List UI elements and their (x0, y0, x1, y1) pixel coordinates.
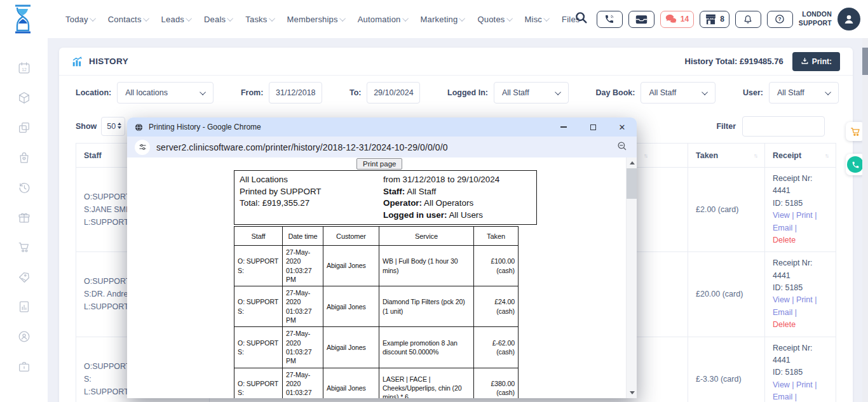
search-icon[interactable] (574, 11, 588, 27)
receipt-cell: Receipt Nr: 4441 ID: 5185 View | Print |… (765, 168, 836, 252)
email-link[interactable]: Email (773, 224, 792, 232)
page-scrollbar[interactable] (862, 38, 868, 402)
url-text[interactable]: server2.clinicsoftware.com/printer/histo… (156, 142, 448, 152)
chevron-down-icon (186, 15, 192, 22)
popup-scrollbar[interactable] (626, 157, 637, 398)
nav-menu-item[interactable]: Leads (161, 15, 192, 24)
receipt-id: ID: 5185 (773, 282, 828, 294)
email-link[interactable]: Email (773, 392, 792, 401)
view-link[interactable]: View (773, 211, 790, 220)
nav-menu-item[interactable]: Memberships (287, 15, 346, 24)
doc-table-row: O: SUPPORT S: 27-May-2020 01:03:27 PM Ab… (234, 286, 519, 327)
inbox-icon (635, 15, 648, 24)
support-icon[interactable] (17, 330, 31, 344)
notifications-button[interactable] (735, 11, 761, 28)
history-total: History Total: £919485.76 (685, 57, 783, 66)
help-button[interactable]: ? (767, 11, 793, 28)
to-label: To: (349, 88, 362, 97)
phone-button[interactable] (597, 11, 623, 28)
print-button[interactable]: Print: (792, 52, 840, 71)
voucher-tag-icon[interactable] (17, 270, 31, 284)
email-link[interactable]: Email (773, 308, 792, 317)
main-nav: Today Contacts Leads Deals (65, 0, 580, 38)
sort-icon: ↑↓ (644, 152, 647, 159)
nav-menu-item[interactable]: Automation (358, 15, 409, 24)
day-book-select[interactable]: All Staff (641, 82, 715, 104)
nav-menu-item[interactable]: Marketing (421, 15, 466, 24)
doc-staff-cell: O: SUPPORT S: (234, 286, 283, 327)
view-link[interactable]: View (773, 295, 790, 304)
phone-circle (847, 156, 864, 173)
case-icon[interactable] (17, 359, 31, 373)
doc-staff-cell: O: SUPPORT S: (234, 246, 283, 286)
delete-link[interactable]: Delete (773, 319, 828, 331)
doc-customer-cell: Abigail Jones (323, 286, 379, 327)
bell-icon (743, 14, 753, 25)
taken-column-header[interactable]: Taken↑↓ (688, 144, 765, 168)
delete-link[interactable]: Delete (773, 234, 828, 246)
chevron-down-icon (200, 89, 206, 95)
nav-menu-item[interactable]: Misc (525, 15, 550, 24)
chevron-down-icon (459, 15, 466, 22)
clinicsoftware-logo[interactable] (10, 3, 36, 37)
scroll-up-arrow[interactable] (630, 161, 635, 164)
chrome-popup-window: Printing History - Google Chrome ✕ serve… (127, 117, 637, 398)
shopping-bag-icon[interactable] (17, 151, 31, 164)
to-date-input[interactable] (367, 82, 420, 104)
filter-row: Location: All locations From: To: Logged… (59, 76, 853, 109)
products-cube-icon[interactable] (17, 91, 31, 105)
chevron-down-icon (227, 15, 233, 22)
print-link[interactable]: Print (796, 211, 813, 220)
from-date-input[interactable] (269, 82, 322, 104)
popup-url-bar[interactable]: server2.clinicsoftware.com/printer/histo… (127, 137, 637, 157)
doc-range: from 31/12/2018 to 29/10/2024 (383, 174, 534, 186)
popup-scrollbar-thumb[interactable] (627, 168, 637, 199)
popup-title-bar[interactable]: Printing History - Google Chrome ✕ (127, 117, 637, 137)
filter-input[interactable] (742, 116, 825, 137)
logged-in-select[interactable]: All Staff (494, 82, 569, 104)
location-select[interactable]: All locations (117, 82, 214, 104)
print-page-button[interactable]: Print page (356, 158, 402, 170)
popup-window-title: Printing History - Google Chrome (149, 123, 261, 131)
doc-total: Total: £919,355.27 (240, 198, 378, 210)
gift-icon[interactable] (17, 210, 31, 224)
doc-column-header: Staff (234, 227, 283, 246)
scrollbar-thumb[interactable] (862, 48, 868, 75)
chevron-down-icon (506, 15, 513, 22)
doc-customer-cell: Abigail Jones (323, 246, 379, 286)
copy-icon[interactable] (17, 121, 31, 135)
history-icon[interactable] (17, 180, 31, 194)
user-select[interactable]: All Staff (769, 82, 839, 104)
minimize-icon (560, 126, 567, 127)
sort-icon: ↑↓ (825, 152, 828, 159)
chevron-down-icon (143, 15, 149, 22)
receipt-cell: Receipt Nr: 4441 ID: 5185 View | Print |… (765, 252, 836, 337)
phone-icon (851, 161, 860, 169)
receipt-column-header[interactable]: Receipt↑↓ (765, 144, 836, 168)
account-name: LONDON SUPPORT (799, 10, 832, 27)
print-link[interactable]: Print (796, 380, 813, 389)
view-link[interactable]: View (773, 380, 790, 389)
site-settings-icon[interactable] (135, 140, 150, 155)
minimize-button[interactable] (549, 117, 578, 137)
report-chart-icon[interactable] (17, 300, 31, 314)
close-button[interactable]: ✕ (607, 117, 637, 137)
maximize-button[interactable] (578, 117, 607, 137)
cart-icon[interactable] (17, 240, 31, 254)
scroll-down-arrow[interactable] (630, 391, 635, 394)
zoom-out-icon[interactable] (616, 140, 628, 154)
inbox-button[interactable] (628, 11, 654, 28)
sort-icon: ↑↓ (754, 152, 757, 159)
calendar-icon[interactable]: 12 (17, 61, 31, 75)
nav-menu-item[interactable]: Deals (204, 15, 233, 24)
avatar[interactable] (837, 8, 860, 30)
shop-button[interactable]: 8 (700, 11, 729, 28)
show-entries-select[interactable]: 50 (101, 117, 125, 136)
nav-menu-item[interactable]: Quotes (477, 15, 512, 24)
nav-menu-item[interactable]: Contacts (108, 15, 149, 24)
messages-button[interactable]: 14 (660, 11, 694, 28)
nav-menu-item[interactable]: Tasks (245, 15, 275, 24)
print-link[interactable]: Print (796, 295, 813, 304)
nav-menu-item[interactable]: Today (65, 15, 96, 24)
doc-column-header: Taken (474, 227, 519, 246)
